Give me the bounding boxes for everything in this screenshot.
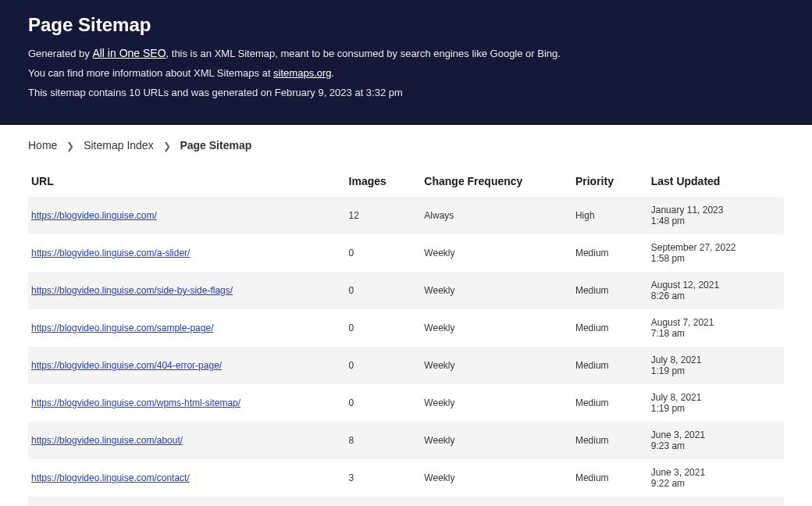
sitemap-url-link[interactable]: https://blogvideo.linguise.com/side-by-s…	[31, 285, 233, 296]
last-updated-date: June 3, 2021	[651, 429, 778, 440]
priority-value: Medium	[572, 422, 648, 459]
change-frequency: Weekly	[421, 234, 572, 272]
table-row: https://blogvideo.linguise.com/sample-pa…	[28, 309, 784, 347]
change-frequency: Weekly	[421, 309, 572, 347]
last-updated: June 3, 20219:17 am	[648, 497, 784, 506]
column-header-frequency: Change Frequency	[421, 167, 572, 197]
last-updated: June 3, 20219:22 am	[648, 459, 784, 497]
priority-value: Medium	[572, 309, 648, 347]
last-updated: June 3, 20219:23 am	[648, 422, 784, 459]
sitemap-url-link[interactable]: https://blogvideo.linguise.com/a-slider/	[31, 248, 190, 258]
table-row: https://blogvideo.linguise.com/404-error…	[28, 347, 784, 384]
last-updated-time: 9:22 am	[651, 478, 778, 489]
column-header-updated: Last Updated	[648, 167, 784, 197]
last-updated-time: 7:18 am	[651, 328, 778, 339]
sitemap-stats: This sitemap contains 10 URLs and was ge…	[28, 87, 784, 98]
last-updated-time: 1:19 pm	[651, 403, 778, 414]
sitemaps-org-link[interactable]: sitemaps.org	[273, 67, 331, 79]
page-title: Page Sitemap	[28, 14, 784, 36]
column-header-priority: Priority	[572, 167, 648, 197]
last-updated-date: June 3, 2021	[651, 467, 778, 478]
priority-value: Medium	[572, 459, 648, 497]
change-frequency: Weekly	[421, 384, 572, 422]
table-row: https://blogvideo.linguise.com/side-by-s…	[28, 272, 784, 309]
last-updated-date: July 8, 2021	[651, 355, 778, 365]
images-count: 7	[346, 497, 422, 506]
change-frequency: Weekly	[421, 497, 572, 506]
change-frequency: Always	[421, 197, 572, 234]
last-updated-time: 9:23 am	[651, 440, 778, 451]
last-updated-date: August 12, 2021	[651, 280, 778, 290]
column-header-images: Images	[346, 167, 422, 197]
generated-prefix: Generated by	[28, 48, 92, 59]
sitemap-url-link[interactable]: https://blogvideo.linguise.com/about/	[31, 435, 183, 446]
last-updated-date: August 7, 2021	[651, 317, 778, 328]
last-updated: July 8, 20211:19 pm	[648, 384, 784, 422]
last-updated-time: 1:48 pm	[651, 216, 778, 226]
images-count: 0	[346, 234, 422, 272]
last-updated-date: July 8, 2021	[651, 392, 778, 403]
last-updated: January 11, 20231:48 pm	[648, 197, 784, 234]
more-info-suffix: .	[332, 67, 335, 79]
images-count: 0	[346, 309, 422, 347]
sitemap-url-link[interactable]: https://blogvideo.linguise.com/	[31, 210, 157, 221]
last-updated-time: 8:26 am	[651, 290, 778, 301]
generated-suffix: , this is an XML Sitemap, meant to be co…	[166, 48, 561, 59]
chevron-right-icon: ❯	[163, 141, 171, 151]
sitemap-url-link[interactable]: https://blogvideo.linguise.com/404-error…	[31, 360, 222, 371]
priority-value: High	[572, 197, 648, 234]
table-row: https://blogvideo.linguise.com/wpms-html…	[28, 384, 784, 422]
images-count: 0	[346, 272, 422, 309]
table-row: https://blogvideo.linguise.com/about/8We…	[28, 422, 784, 459]
change-frequency: Weekly	[421, 272, 572, 309]
priority-value: Medium	[572, 497, 648, 506]
generated-by-line: Generated by All in One SEO, this is an …	[28, 47, 784, 59]
table-header-row: URL Images Change Frequency Priority Las…	[28, 167, 784, 197]
last-updated-date: September 27, 2022	[651, 242, 778, 253]
priority-value: Medium	[572, 272, 648, 309]
last-updated-time: 1:58 pm	[651, 253, 778, 264]
table-row: https://blogvideo.linguise.com/contact/3…	[28, 459, 784, 497]
last-updated: September 27, 20221:58 pm	[648, 234, 784, 272]
breadcrumb: Home ❯ Sitemap Index ❯ Page Sitemap	[0, 125, 812, 161]
column-header-url: URL	[28, 167, 346, 197]
images-count: 0	[346, 384, 422, 422]
chevron-right-icon: ❯	[66, 141, 74, 151]
breadcrumb-home[interactable]: Home	[28, 139, 57, 151]
more-info-prefix: You can find more information about XML …	[28, 67, 273, 79]
change-frequency: Weekly	[421, 459, 572, 497]
table-row: https://blogvideo.linguise.com/a-slider/…	[28, 234, 784, 272]
sitemap-url-link[interactable]: https://blogvideo.linguise.com/contact/	[31, 472, 190, 483]
generator-link[interactable]: All in One SEO	[92, 47, 166, 59]
last-updated-date: January 11, 2023	[651, 205, 778, 216]
images-count: 8	[346, 422, 422, 459]
images-count: 3	[346, 459, 422, 497]
priority-value: Medium	[572, 347, 648, 384]
images-count: 12	[346, 197, 422, 234]
last-updated: July 8, 20211:19 pm	[648, 347, 784, 384]
change-frequency: Weekly	[421, 422, 572, 459]
table-row: https://blogvideo.linguise.com/episodes/…	[28, 497, 784, 506]
last-updated-time: 1:19 pm	[651, 365, 778, 376]
page-header: Page Sitemap Generated by All in One SEO…	[0, 0, 812, 125]
last-updated: August 12, 20218:26 am	[648, 272, 784, 309]
table-row: https://blogvideo.linguise.com/12AlwaysH…	[28, 197, 784, 234]
sitemap-url-link[interactable]: https://blogvideo.linguise.com/wpms-html…	[31, 397, 240, 408]
last-updated: August 7, 20217:18 am	[648, 309, 784, 347]
priority-value: Medium	[572, 384, 648, 422]
content-area: URL Images Change Frequency Priority Las…	[0, 167, 812, 506]
breadcrumb-current: Page Sitemap	[180, 139, 251, 151]
images-count: 0	[346, 347, 422, 384]
change-frequency: Weekly	[421, 347, 572, 384]
priority-value: Medium	[572, 234, 648, 272]
sitemap-url-link[interactable]: https://blogvideo.linguise.com/sample-pa…	[31, 322, 213, 333]
more-info-line: You can find more information about XML …	[28, 67, 784, 79]
sitemap-table: URL Images Change Frequency Priority Las…	[28, 167, 784, 506]
breadcrumb-sitemap-index[interactable]: Sitemap Index	[84, 139, 154, 151]
